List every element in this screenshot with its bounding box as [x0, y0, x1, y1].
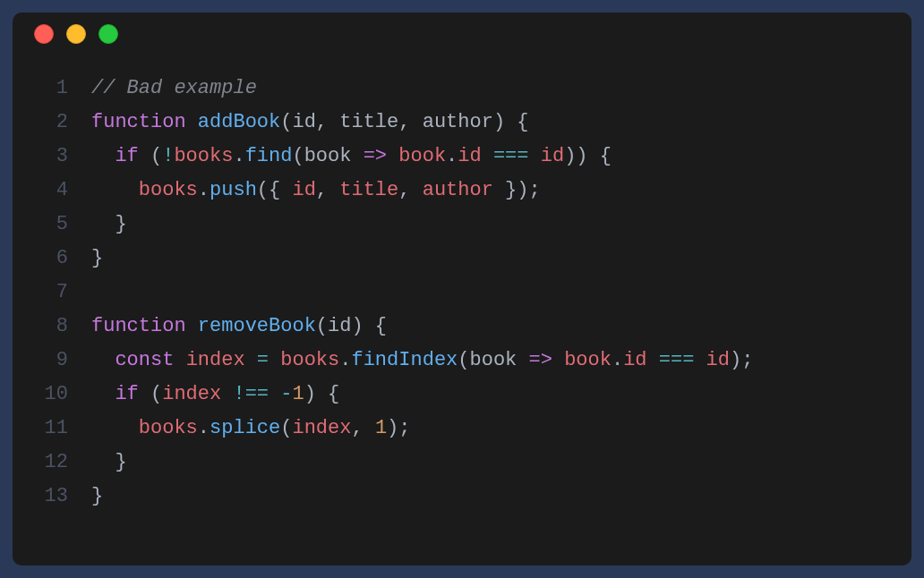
- code-token: [139, 383, 150, 405]
- traffic-light-close-icon[interactable]: [34, 24, 54, 44]
- line-number: 11: [25, 412, 91, 446]
- code-token: findIndex: [351, 349, 458, 371]
- code-content[interactable]: books.splice(index, 1);: [91, 412, 410, 446]
- code-content[interactable]: }: [91, 480, 103, 514]
- code-token: const: [115, 349, 174, 371]
- code-content[interactable]: function addBook(id, title, author) {: [91, 106, 529, 140]
- code-token: 1: [292, 383, 304, 405]
- code-token: id: [706, 349, 730, 371]
- code-line[interactable]: 11 books.splice(index, 1);: [25, 412, 895, 446]
- code-token: .: [339, 349, 351, 371]
- code-line[interactable]: 7: [25, 276, 895, 310]
- code-token: );: [730, 349, 753, 371]
- line-number: 3: [25, 140, 91, 174]
- code-token: (: [150, 383, 162, 405]
- code-token: !==: [233, 383, 269, 405]
- code-token: [139, 145, 150, 167]
- line-number: 5: [25, 208, 91, 242]
- code-line[interactable]: 1// Bad example: [25, 72, 895, 106]
- code-token: !: [162, 145, 174, 167]
- code-content[interactable]: const index = books.findIndex(book => bo…: [91, 344, 753, 378]
- code-token: );: [387, 417, 410, 439]
- code-token: books: [139, 179, 198, 201]
- code-token: [517, 349, 528, 371]
- code-token: .: [198, 417, 210, 439]
- code-token: =: [257, 349, 269, 371]
- code-token: title: [339, 111, 398, 133]
- code-content[interactable]: function removeBook(id) {: [91, 310, 387, 344]
- code-token: books: [280, 349, 339, 371]
- code-token: }: [115, 451, 126, 473]
- code-content[interactable]: }: [91, 446, 127, 480]
- code-token: book: [304, 145, 352, 167]
- code-token: [694, 349, 706, 371]
- code-token: [552, 349, 564, 371]
- code-line[interactable]: 13}: [25, 480, 895, 514]
- code-token: if: [115, 383, 138, 405]
- code-token: [482, 145, 493, 167]
- code-token: .: [446, 145, 458, 167]
- code-token: [91, 383, 115, 405]
- code-window: 1// Bad example2function addBook(id, tit…: [13, 13, 911, 565]
- code-token: .: [612, 349, 623, 371]
- code-token: [647, 349, 659, 371]
- code-token: book: [398, 145, 446, 167]
- code-token: (: [280, 417, 292, 439]
- code-line[interactable]: 2function addBook(id, title, author) {: [25, 106, 895, 140]
- code-content[interactable]: books.push({ id, title, author });: [91, 174, 541, 208]
- code-token: id: [292, 179, 315, 201]
- code-token: [245, 349, 257, 371]
- code-token: id: [328, 315, 351, 337]
- code-token: [91, 145, 115, 167]
- code-token: ===: [493, 145, 529, 167]
- code-content[interactable]: // Bad example: [91, 72, 257, 106]
- code-content[interactable]: if (index !== -1) {: [91, 378, 339, 412]
- code-line[interactable]: 6}: [25, 242, 895, 276]
- code-token: [351, 145, 363, 167]
- code-token: }: [91, 247, 103, 269]
- code-token: function: [91, 111, 186, 133]
- code-token: id: [458, 145, 481, 167]
- code-token: find: [245, 145, 293, 167]
- traffic-light-minimize-icon[interactable]: [66, 24, 86, 44]
- code-token: id: [541, 145, 564, 167]
- code-token: [174, 349, 185, 371]
- code-line[interactable]: 12 }: [25, 446, 895, 480]
- code-line[interactable]: 3 if (!books.find(book => book.id === id…: [25, 140, 895, 174]
- code-token: (: [316, 315, 328, 337]
- code-token: ) {: [304, 383, 340, 405]
- code-token: splice: [210, 417, 280, 439]
- code-content[interactable]: }: [91, 242, 103, 276]
- code-line[interactable]: 8function removeBook(id) {: [25, 310, 895, 344]
- code-token: )) {: [564, 145, 612, 167]
- code-token: // Bad example: [91, 77, 257, 99]
- code-token: [186, 111, 198, 133]
- code-token: =>: [364, 145, 387, 167]
- code-token: (: [280, 111, 292, 133]
- line-number: 2: [25, 106, 91, 140]
- code-token: [91, 417, 139, 439]
- line-number: 1: [25, 72, 91, 106]
- code-line[interactable]: 4 books.push({ id, title, author });: [25, 174, 895, 208]
- code-token: [186, 315, 198, 337]
- line-number: 10: [25, 378, 91, 412]
- code-token: id: [623, 349, 646, 371]
- code-line[interactable]: 10 if (index !== -1) {: [25, 378, 895, 412]
- code-token: addBook: [198, 111, 280, 133]
- code-token: .: [198, 179, 210, 201]
- code-editor[interactable]: 1// Bad example2function addBook(id, tit…: [13, 55, 911, 535]
- line-number: 9: [25, 344, 91, 378]
- code-line[interactable]: 9 const index = books.findIndex(book => …: [25, 344, 895, 378]
- code-token: id: [292, 111, 315, 133]
- traffic-light-zoom-icon[interactable]: [98, 24, 118, 44]
- code-token: ) {: [493, 111, 529, 133]
- code-token: index: [186, 349, 245, 371]
- code-token: .: [233, 145, 244, 167]
- code-token: 1: [375, 417, 387, 439]
- code-content[interactable]: }: [91, 208, 127, 242]
- code-line[interactable]: 5 }: [25, 208, 895, 242]
- code-token: (: [150, 145, 162, 167]
- code-content[interactable]: if (!books.find(book => book.id === id))…: [91, 140, 612, 174]
- line-number: 7: [25, 276, 91, 310]
- code-token: }: [115, 213, 126, 235]
